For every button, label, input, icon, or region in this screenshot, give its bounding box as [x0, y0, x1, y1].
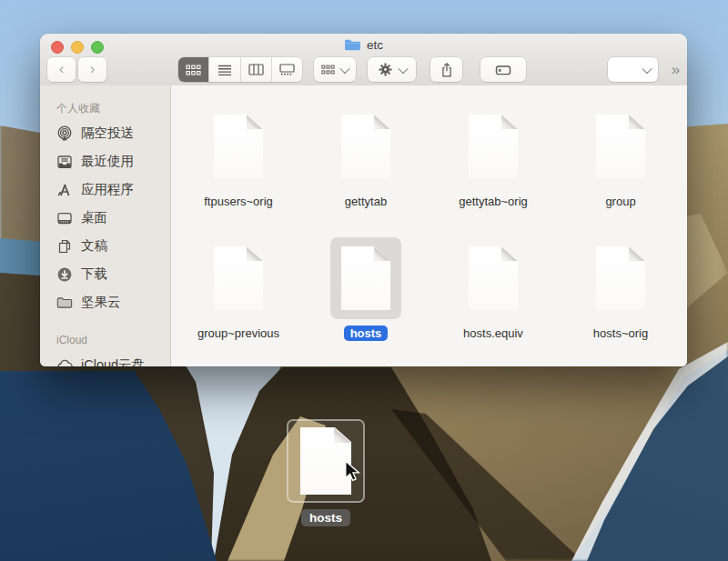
sidebar-item-label: 隔空投送 [81, 125, 134, 142]
toolbar: ‹ › [40, 56, 687, 85]
sidebar-item-applications[interactable]: 应用程序 [56, 175, 170, 204]
file-item[interactable]: group [557, 105, 684, 237]
sidebar-item-label: 应用程序 [81, 181, 134, 198]
desktop-icon [56, 210, 73, 226]
file-icon-box [458, 237, 529, 319]
window-chrome: etc ‹ › [40, 34, 687, 86]
file-item[interactable]: hosts~orig [557, 237, 684, 366]
sidebar-item-label: iCloud云盘 [81, 356, 145, 366]
file-name: hosts.equiv [457, 326, 530, 341]
document-icon [341, 246, 390, 310]
document-icon [214, 246, 263, 310]
file-item[interactable]: gettytab~orig [430, 105, 557, 237]
group-by-button[interactable] [314, 57, 356, 82]
toolbar-overflow-button[interactable]: » [664, 57, 686, 82]
document-icon [596, 115, 645, 178]
icon-view-icon [186, 64, 201, 76]
tags-button[interactable] [480, 57, 526, 82]
file-name: gettytab [339, 194, 393, 209]
document-icon [214, 115, 263, 178]
finder-window: etc ‹ › [40, 34, 687, 366]
file-name: group~previous [191, 326, 286, 341]
gallery-view-button[interactable] [272, 57, 302, 82]
file-name: hosts [344, 326, 389, 341]
icloud-icon [56, 357, 73, 367]
airdrop-icon [56, 125, 73, 142]
file-name: ftpusers~orig [197, 194, 279, 209]
window-title: etc [367, 38, 383, 52]
view-mode-segmented-control [178, 57, 302, 82]
window-body: 个人收藏 隔空投送 最近使用 [40, 85, 687, 366]
chevron-down-icon [398, 63, 408, 73]
sidebar-item-documents[interactable]: 文稿 [56, 232, 170, 260]
recents-icon [56, 154, 73, 170]
sidebar-item-desktop[interactable]: 桌面 [56, 204, 170, 232]
sidebar-item-recents[interactable]: 最近使用 [56, 147, 170, 175]
sidebar-section-header: 个人收藏 [56, 97, 170, 119]
document-icon [596, 246, 645, 310]
sidebar-item-label: 下载 [81, 265, 107, 283]
file-name: group [599, 194, 642, 209]
document-icon [469, 115, 518, 178]
sidebar-section-header: iCloud [56, 329, 170, 351]
share-button[interactable] [430, 57, 462, 82]
file-icon-box [585, 105, 656, 187]
file-icon-box [203, 105, 274, 187]
document-icon [341, 115, 390, 178]
chevron-left-icon: ‹ [59, 61, 65, 78]
sidebar-item-label: 坚果云 [81, 294, 121, 311]
sidebar: 个人收藏 隔空投送 最近使用 [40, 85, 171, 366]
file-name: hosts~orig [587, 326, 654, 341]
file-icon-box [330, 237, 401, 319]
file-icon-box [585, 237, 656, 319]
sidebar-section-gap [56, 316, 170, 329]
sidebar-item-airdrop[interactable]: 隔空投送 [56, 119, 170, 147]
chevron-down-icon [339, 63, 349, 73]
search-field-collapsed[interactable] [608, 57, 658, 82]
window-title-group: etc [40, 38, 687, 52]
dragged-file-name: hosts [301, 509, 350, 526]
folder-icon [344, 38, 361, 52]
mouse-cursor [342, 460, 362, 482]
column-view-button[interactable] [241, 57, 272, 82]
gallery-view-icon [279, 64, 295, 75]
sidebar-item-label: 文稿 [81, 237, 107, 255]
forward-button[interactable]: › [78, 57, 106, 82]
documents-icon [56, 238, 73, 255]
file-item[interactable]: group~previous [175, 237, 302, 366]
sidebar-item-label: 桌面 [81, 209, 107, 226]
gear-icon [378, 62, 393, 77]
tag-icon [495, 63, 512, 77]
file-icon-box [330, 105, 401, 187]
applications-icon [56, 182, 73, 198]
file-grid: ftpusers~orig gettytab gettytab~orig gro… [171, 85, 687, 366]
column-view-icon [248, 64, 264, 75]
desktop: etc ‹ › [0, 0, 728, 561]
file-name: gettytab~orig [452, 194, 534, 209]
folder-icon [56, 295, 73, 311]
back-button[interactable]: ‹ [47, 57, 76, 82]
sidebar-item-nutstore[interactable]: 坚果云 [56, 288, 170, 316]
file-item[interactable]: gettytab [302, 105, 430, 237]
group-by-icon [321, 64, 335, 75]
file-item-selected[interactable]: hosts [302, 237, 430, 366]
file-item[interactable]: hosts.equiv [430, 237, 557, 366]
file-item[interactable]: ftpusers~orig [175, 105, 302, 237]
share-icon [440, 62, 454, 78]
list-view-icon [217, 64, 232, 76]
sidebar-item-downloads[interactable]: 下载 [56, 260, 170, 288]
downloads-icon [56, 266, 73, 283]
icon-view-button[interactable] [178, 57, 209, 82]
sidebar-item-label: 最近使用 [81, 153, 134, 170]
list-view-button[interactable] [209, 57, 240, 82]
sidebar-item-icloud-drive[interactable]: iCloud云盘 [56, 351, 170, 366]
titlebar[interactable]: etc [40, 34, 687, 56]
file-icon-box [203, 237, 274, 319]
chevron-right-icon: › [90, 61, 96, 78]
action-menu-button[interactable] [368, 57, 416, 82]
chevron-down-icon [642, 63, 652, 73]
file-icon-box [458, 105, 529, 187]
document-icon [469, 246, 518, 310]
